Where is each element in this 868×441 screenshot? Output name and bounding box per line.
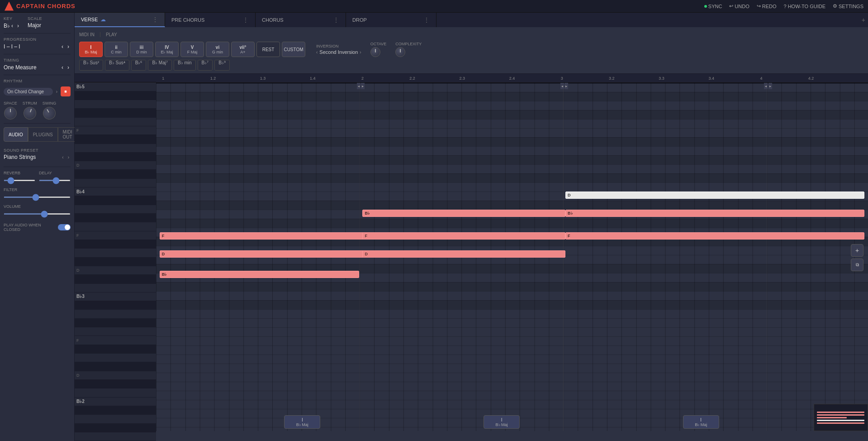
mark-2-4: 2.4 [509,76,515,81]
chord-btn-iii[interactable]: iii D min [130,42,153,57]
handle-right-4[interactable]: ▸ [768,83,772,89]
audio-tab[interactable]: AUDIO [4,127,28,142]
ext-min[interactable]: B♭ min [174,60,196,71]
piano-key-a2 [75,415,156,423]
black-key-row-3 [156,137,868,146]
ext-sus4[interactable]: B♭ Sus⁴ [105,60,129,71]
mini-line-1 [817,412,864,413]
timing-next[interactable]: › [66,64,71,71]
chord-btn-vi[interactable]: vi G min [206,42,229,57]
chorus-dots[interactable]: ⋮ [333,16,339,24]
delay-slider[interactable] [39,180,71,181]
complexity-knob[interactable] [395,47,405,57]
inversion-value-row: ‹ Second Inversion › [316,49,361,55]
rhythm-value[interactable]: On Chord Change [4,88,53,96]
extensions-row: B♭ Sus² B♭ Sus⁴ B♭⁶ B♭ Maj⁷ B♭ min B♭⁷ B… [79,60,863,71]
handle-left-3[interactable]: ◂ [560,83,564,89]
progression-value: I – I – I [4,43,20,50]
space-label: SPACE [4,101,17,105]
reverb-slider[interactable] [4,180,35,181]
chord-roman-6: vi [216,45,219,50]
ext-sus2[interactable]: B♭ Sus² [79,60,103,71]
note-D-white[interactable]: D [565,192,864,199]
note-Bb-1[interactable]: B♭ [362,210,565,217]
ext-6[interactable]: B♭⁶ [131,60,147,71]
piano-key-c3 [75,388,156,397]
inversion-prev[interactable]: ‹ [316,50,318,55]
swing-knob-item: SWING [43,101,57,120]
sync-button[interactable]: SYNC [704,4,722,9]
timing-prev[interactable]: ‹ [60,64,65,71]
play-audio-toggle[interactable] [58,224,71,230]
chord-tools: MIDI IN PLAY I B♭ Maj ii C min iii D min [75,27,868,74]
inversion-label: INVERSION [316,44,361,48]
chord-btn-vii[interactable]: vii° A+ [231,42,255,57]
note-F-3[interactable]: F [565,232,864,240]
handle-right-2[interactable]: ▸ [361,83,365,89]
play-audio-label: PLAY AUDIO WHEN CLOSED [4,223,58,232]
strum-knob[interactable] [22,105,38,121]
ext-9[interactable]: B♭⁹ [214,60,230,71]
note-Bb2[interactable]: B♭ [160,271,359,278]
grid-area[interactable]: ◂ ▸ ◂ ▸ ◂ ▸ D B♭ B♭ F F F [156,83,868,431]
chord-marker-3[interactable]: I B♭ Maj [683,415,719,429]
prechorus-dots[interactable]: ⋮ [242,16,249,24]
chord-btn-ii[interactable]: ii C min [104,42,128,57]
section-tab-verse[interactable]: VERSE ☁ ⋮ [75,13,165,27]
add-note-button[interactable]: + [851,244,863,257]
logo-icon [5,2,14,11]
swing-label: SWING [43,101,57,105]
swing-knob[interactable] [41,105,58,122]
volume-slider[interactable] [4,213,71,215]
rhythm-play-button[interactable]: ■ [61,86,71,96]
piano-key-black [75,135,156,144]
left-sidebar: KEY B♭ ‹ › SCALE Major [0,13,75,441]
custom-button[interactable]: CUSTOM [282,42,305,57]
progression-next[interactable]: › [66,43,71,50]
chord-btn-IV[interactable]: IV E♭ Maj [155,42,179,57]
section-tab-prechorus[interactable]: PRE CHORUS ⋮ [165,13,256,27]
preset-prev[interactable]: ‹ [61,154,65,160]
key-next[interactable]: › [16,22,20,29]
chord-buttons-row: I B♭ Maj ii C min iii D min IV E♭ Maj V [79,42,863,57]
settings-button[interactable]: ⚙SETTINGS [833,3,863,9]
plugins-tab[interactable]: PLUGINS [28,127,58,142]
chord-marker-1[interactable]: I B♭ Maj [284,415,320,429]
chord-btn-V[interactable]: V F Maj [180,42,204,57]
ext-7[interactable]: B♭⁷ [198,60,213,71]
note-Bb-2[interactable]: B♭ [565,210,864,217]
piano-key-black [75,275,156,283]
space-knob[interactable] [4,107,17,120]
verse-dots[interactable]: ⋮ [152,16,158,23]
strum-knob-item: STRUM [23,101,37,120]
chord-name-5: F Maj [187,50,198,54]
progression-prev[interactable]: ‹ [60,43,65,50]
handle-left-2[interactable]: ◂ [357,83,360,89]
key-prev[interactable]: ‹ [10,22,14,29]
redo-button[interactable]: ↪REDO [757,3,777,9]
handle-right-3[interactable]: ▸ [564,83,568,89]
top-nav-actions: SYNC ↩UNDO ↪REDO ?HOW-TO GUIDE ⚙SETTINGS [704,3,863,9]
how-to-guide-button[interactable]: ?HOW-TO GUIDE [784,4,825,9]
handle-left-4[interactable]: ◂ [764,83,768,89]
chord-btn-I[interactable]: I B♭ Maj [79,42,103,57]
note-F-2[interactable]: F [362,232,565,240]
ext-maj7[interactable]: B♭ Maj⁷ [148,60,172,71]
section-tab-chorus[interactable]: CHORUS ⋮ [256,13,346,27]
preset-next[interactable]: › [66,154,71,160]
rest-button[interactable]: REST [256,42,280,57]
complexity-panel: COMPLEXITY [395,42,422,57]
inversion-next[interactable]: › [360,50,361,55]
add-section-button[interactable]: + [862,16,865,24]
piano-key-bb5: B♭5 [75,82,156,91]
piano-key-e5 [75,144,156,153]
rhythm-next[interactable]: › [55,89,59,95]
filter-slider[interactable] [4,197,71,198]
copy-button[interactable]: ⧉ [851,259,863,271]
note-D-2[interactable]: D [362,250,565,258]
section-tab-drop[interactable]: DROP ⋮ [346,13,436,27]
chord-marker-2[interactable]: I B♭ Maj [484,415,520,429]
drop-dots[interactable]: ⋮ [423,16,430,24]
undo-button[interactable]: ↩UNDO [729,3,749,9]
octave-knob[interactable] [370,47,380,57]
